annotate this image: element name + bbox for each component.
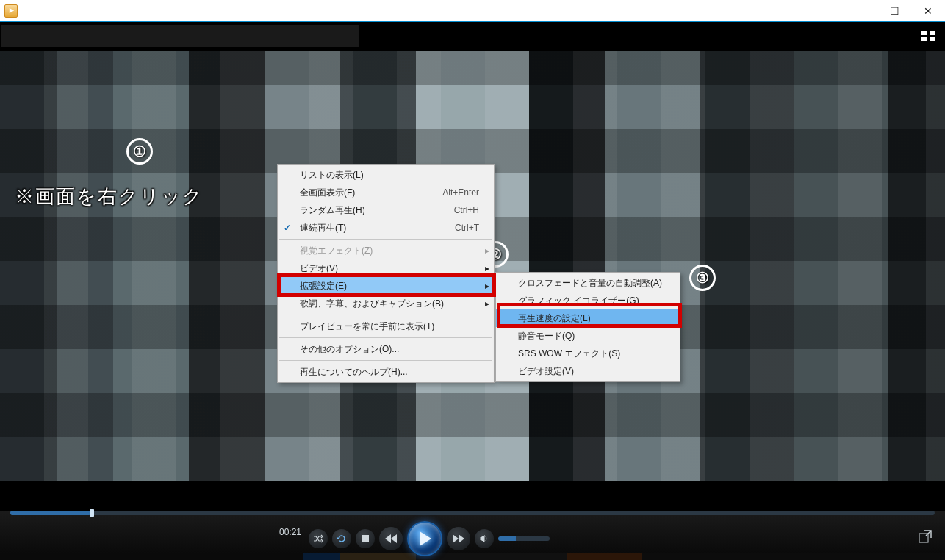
- stop-icon: [362, 535, 369, 542]
- menu-item-label: 再生速度の設定(L): [518, 312, 591, 325]
- popout-icon: [919, 530, 932, 543]
- menu-item-label: ビデオ(V): [300, 262, 338, 275]
- app-icon: [4, 4, 18, 18]
- menu-shortcut: Ctrl+H: [454, 205, 479, 215]
- shuffle-icon: [313, 534, 323, 543]
- menu-shuffle[interactable]: ランダム再生(H)Ctrl+H: [278, 201, 494, 219]
- repeat-button[interactable]: [332, 529, 351, 548]
- menu-fullscreen[interactable]: 全画面表示(F)Alt+Enter: [278, 184, 494, 201]
- speaker-icon: [480, 534, 489, 543]
- menu-item-label: 拡張設定(E): [300, 280, 347, 292]
- submenu-arrow-icon: ▸: [485, 245, 489, 256]
- menu-item-label: ランダム再生(H): [300, 204, 365, 217]
- menu-separator: [279, 315, 492, 315]
- menu-item-label: 全画面表示(F): [300, 187, 355, 199]
- menu-captions[interactable]: 歌詞、字幕、およびキャプション(B)▸: [278, 295, 494, 312]
- now-playing-strip: [0, 22, 945, 51]
- menu-item-label: プレイビューを常に手前に表示(T): [300, 320, 434, 333]
- close-button[interactable]: ✕: [911, 0, 945, 22]
- annotation-step-3: ③: [689, 265, 716, 291]
- submenu-quiet-mode[interactable]: 静音モード(Q): [496, 327, 680, 345]
- submenu-video-settings[interactable]: ビデオ設定(V): [496, 362, 680, 380]
- menu-visual-effects: 視覚エフェクト(Z)▸: [278, 242, 494, 259]
- menu-advanced-settings[interactable]: 拡張設定(E)▸: [278, 277, 494, 295]
- menu-item-label: ビデオ設定(V): [518, 365, 574, 378]
- menu-shortcut: Ctrl+T: [455, 223, 479, 233]
- annotation-text: ※画面を右クリック: [15, 184, 204, 209]
- menu-item-label: 静音モード(Q): [518, 330, 575, 342]
- play-button[interactable]: [407, 521, 442, 556]
- seek-progress: [10, 511, 91, 515]
- stop-button[interactable]: [356, 529, 375, 548]
- submenu-srs-wow[interactable]: SRS WOW エフェクト(S): [496, 345, 680, 362]
- titlebar: — ☐ ✕: [0, 0, 945, 22]
- svg-rect-0: [362, 535, 369, 542]
- menu-repeat[interactable]: ✓連続再生(T)Ctrl+T: [278, 219, 494, 237]
- title-redacted: [1, 25, 359, 47]
- context-menu-advanced: クロスフェードと音量の自動調整(A) グラフィック イコライザー(G) 再生速度…: [495, 272, 680, 382]
- playback-controls: 00:21: [0, 511, 945, 553]
- submenu-arrow-icon: ▸: [485, 298, 489, 309]
- menu-shortcut: Alt+Enter: [442, 187, 479, 198]
- seek-track: [10, 511, 935, 515]
- menu-item-label: 歌詞、字幕、およびキャプション(B): [300, 298, 444, 310]
- check-icon: ✓: [284, 223, 291, 233]
- menu-separator: [279, 360, 492, 361]
- menu-item-label: 視覚エフェクト(Z): [300, 245, 373, 257]
- play-icon: [417, 531, 432, 547]
- shuffle-button[interactable]: [309, 529, 328, 548]
- menu-always-on-top[interactable]: プレイビューを常に手前に表示(T): [278, 317, 494, 335]
- context-menu-main: リストの表示(L) 全画面表示(F)Alt+Enter ランダム再生(H)Ctr…: [277, 164, 495, 383]
- menu-item-label: クロスフェードと音量の自動調整(A): [518, 277, 662, 290]
- menu-item-label: SRS WOW エフェクト(S): [518, 348, 620, 360]
- seek-thumb[interactable]: [90, 509, 94, 517]
- menu-playback-help[interactable]: 再生についてのヘルプ(H)...: [278, 363, 494, 381]
- menu-item-label: グラフィック イコライザー(G): [518, 295, 639, 307]
- view-fullscreen-icon[interactable]: [921, 31, 935, 41]
- video-stage[interactable]: ① ※画面を右クリック ② ③ リストの表示(L) 全画面表示(F)Alt+En…: [0, 22, 945, 511]
- maximize-button[interactable]: ☐: [877, 0, 911, 22]
- media-player-window: — ☐ ✕ ① ※画面を右クリック ② ③ リストの表示(L) 全画面表示(F)…: [0, 0, 945, 560]
- rewind-icon: [385, 534, 397, 543]
- switch-to-library-button[interactable]: [919, 530, 932, 543]
- menu-item-label: 連続再生(T): [300, 222, 346, 234]
- menu-item-label: 再生についてのヘルプ(H)...: [300, 366, 408, 378]
- seek-bar[interactable]: [10, 511, 935, 515]
- menu-show-list[interactable]: リストの表示(L): [278, 166, 494, 184]
- menu-other-options[interactable]: その他のオプション(O)...: [278, 340, 494, 358]
- submenu-arrow-icon: ▸: [485, 263, 489, 273]
- annotation-step-1: ①: [126, 138, 153, 165]
- previous-button[interactable]: [379, 527, 403, 550]
- elapsed-time: 00:21: [279, 527, 301, 537]
- repeat-icon: [337, 534, 347, 544]
- menu-separator: [279, 337, 492, 338]
- submenu-play-speed[interactable]: 再生速度の設定(L): [496, 309, 680, 327]
- menu-item-label: その他のオプション(O)...: [300, 343, 399, 356]
- menu-video[interactable]: ビデオ(V)▸: [278, 259, 494, 277]
- volume-slider[interactable]: [498, 536, 550, 541]
- mute-button[interactable]: [475, 529, 494, 548]
- submenu-crossfade[interactable]: クロスフェードと音量の自動調整(A): [496, 274, 680, 292]
- minimize-button[interactable]: —: [844, 0, 877, 22]
- menu-separator: [279, 239, 492, 240]
- next-button[interactable]: [447, 527, 470, 550]
- menu-item-label: リストの表示(L): [300, 169, 364, 182]
- submenu-arrow-icon: ▸: [485, 281, 489, 291]
- forward-icon: [453, 534, 464, 543]
- submenu-equalizer[interactable]: グラフィック イコライザー(G): [496, 292, 680, 309]
